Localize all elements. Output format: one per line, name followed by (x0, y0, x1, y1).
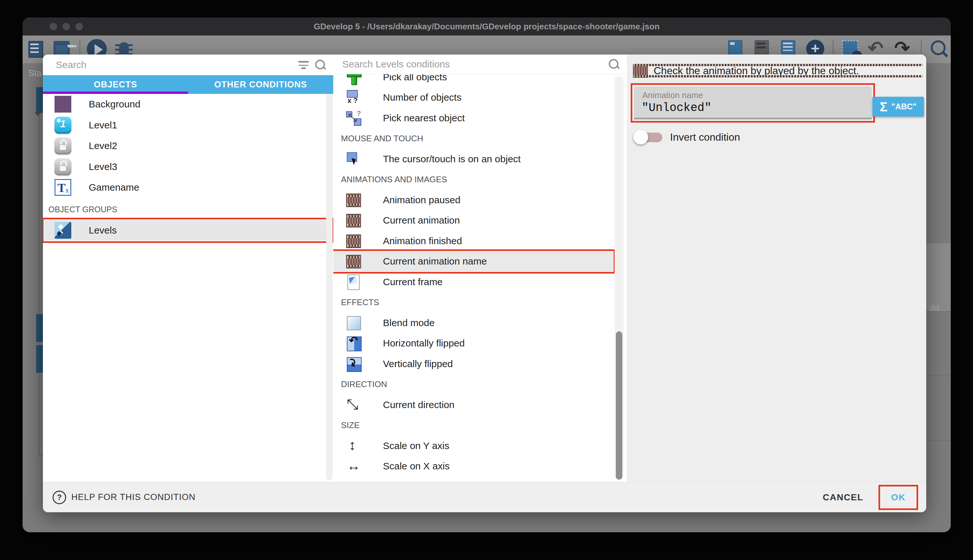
dialog-footer: ? HELP FOR THIS CONDITION CANCEL OK (43, 482, 926, 512)
screenshot-stage: GDevelop 5 - /Users/dkarakay/Documents/G… (0, 0, 973, 560)
direction-icon (346, 397, 361, 412)
close-button[interactable] (50, 23, 57, 30)
condition-list-item[interactable]: Current animation name (333, 251, 613, 272)
tab-objects[interactable]: OBJECTS (43, 75, 188, 94)
lock-icon (55, 137, 71, 154)
pick-all-icon (346, 74, 361, 85)
film-icon (346, 255, 361, 268)
expression-editor-button[interactable]: Σ "ABC" (872, 97, 924, 117)
object-list-item[interactable]: Background (43, 94, 333, 115)
event-tree-tick (39, 455, 43, 456)
animation-name-field[interactable]: Animation name "Unlocked" (634, 87, 872, 119)
window-title: GDevelop 5 - /Users/dkarakay/Documents/G… (313, 22, 660, 32)
cursor-icon (346, 152, 361, 167)
film-icon (346, 214, 361, 227)
flip-h-icon (346, 336, 361, 351)
zoom-button[interactable] (75, 23, 83, 30)
cancel-button[interactable]: CANCEL (814, 487, 872, 508)
blend-icon (346, 315, 361, 330)
animation-name-label: Animation name (642, 90, 703, 100)
search-toolbar-icon[interactable] (930, 40, 948, 59)
objects-search-placeholder: Search (56, 59, 87, 70)
level1-icon (55, 117, 71, 133)
objects-panel: Search OBJECTSOTHER CONDITIONS Backgroun… (43, 55, 333, 482)
events-row-band (925, 243, 951, 311)
condition-list-item[interactable]: Scale on Y axis (333, 435, 627, 456)
help-label: HELP FOR THIS CONDITION (71, 492, 195, 502)
count-icon (346, 90, 361, 105)
objects-scrollbar[interactable] (326, 62, 333, 480)
condition-list-item[interactable]: Horizontally flipped (333, 333, 627, 354)
conditions-search-field[interactable]: Search Levels conditions (333, 55, 627, 74)
condition-list-item[interactable]: Pick all objects (333, 74, 627, 87)
conditions-search-placeholder: Search Levels conditions (342, 59, 450, 70)
events-row-divider (926, 440, 951, 441)
expression-type-label: "ABC" (891, 102, 916, 111)
object-list-item[interactable]: Level1 (43, 115, 333, 136)
left-tabs: OBJECTSOTHER CONDITIONS (43, 75, 333, 94)
group-icon (55, 222, 71, 239)
object-groups-header: OBJECT GROUPS (43, 203, 333, 217)
event-tree-tick (39, 372, 43, 372)
invert-condition-label: Invert condition (670, 131, 740, 143)
gdevelop-window: GDevelop 5 - /Users/dkarakay/Documents/G… (23, 17, 951, 532)
tab-other-conditions[interactable]: OTHER CONDITIONS (188, 75, 333, 94)
object-list-item[interactable]: Level3 (43, 157, 333, 177)
project-manager-icon[interactable] (27, 40, 45, 59)
condition-section-header: SIZE (333, 415, 627, 436)
invert-condition-toggle[interactable] (633, 128, 663, 146)
scene-tab-label-fragment: Sta (28, 68, 42, 78)
film-icon (346, 235, 361, 248)
condition-section-header: DIRECTION (333, 374, 627, 395)
condition-list-item[interactable]: Animation finished (333, 231, 627, 251)
condition-list-item[interactable]: Number of objects (333, 87, 627, 108)
condition-list-item[interactable]: Blend mode (333, 313, 627, 333)
search-icon (315, 59, 326, 71)
condition-list-item[interactable]: Current direction (333, 395, 627, 415)
nearest-icon: ? (346, 111, 361, 125)
group-list-item-levels[interactable]: Levels (44, 220, 332, 241)
scale-y-icon (346, 438, 361, 453)
invert-condition-row: Invert condition (633, 128, 923, 146)
scale-x-icon (346, 459, 361, 473)
window-controls (50, 17, 83, 35)
flip-v-icon (346, 357, 361, 371)
events-row-divider (926, 311, 951, 312)
object-list-item[interactable]: Gamename (43, 177, 333, 198)
event-expander-icon (34, 112, 41, 116)
condition-list-item[interactable]: Animation paused (333, 190, 627, 210)
minimize-button[interactable] (63, 23, 70, 30)
condition-list-item[interactable]: Scale on X axis (333, 456, 627, 477)
titlebar: GDevelop 5 - /Users/dkarakay/Documents/G… (23, 17, 951, 35)
toggle-knob (633, 130, 648, 145)
objects-list: Background Level1 Level2 Level3 Gamename… (43, 94, 333, 482)
objects-search-field[interactable]: Search (43, 55, 333, 75)
object-list-item[interactable]: Level2 (43, 135, 333, 157)
film-icon (346, 193, 361, 207)
animation-name-value[interactable]: "Unlocked" (641, 101, 711, 115)
condition-parameters-panel: Check the animation by played by the obj… (627, 55, 926, 482)
help-button[interactable]: ? HELP FOR THIS CONDITION (53, 491, 195, 504)
condition-list-item[interactable]: Vertically flipped (333, 353, 627, 374)
help-icon: ? (53, 491, 66, 504)
lock-icon (55, 158, 71, 175)
events-row-divider (926, 375, 951, 376)
condition-list-item[interactable]: Current animation (333, 210, 627, 231)
event-tree-guide (39, 114, 39, 456)
condition-list-item[interactable]: ? Pick nearest object (333, 108, 627, 128)
condition-list-item[interactable]: The cursor/touch is on an object (333, 149, 627, 169)
sigma-icon: Σ (880, 100, 888, 113)
animation-name-field-highlight: Animation name "Unlocked" (631, 83, 875, 123)
filter-icon[interactable] (297, 59, 310, 71)
search-icon (608, 58, 620, 70)
condition-editor-dialog: Search OBJECTSOTHER CONDITIONS Backgroun… (43, 55, 926, 512)
condition-list-item[interactable]: Current frame (333, 272, 627, 292)
conditions-scrollbar-thumb[interactable] (616, 331, 622, 480)
text-icon (55, 179, 71, 196)
condition-section-header: ANIMATIONS AND IMAGES (333, 169, 627, 190)
ok-button[interactable]: OK (880, 487, 916, 508)
background-swatch-icon (55, 96, 71, 113)
film-strip-icon (633, 64, 648, 78)
truncated-text-fragment: dd... (929, 303, 946, 313)
condition-section-header: MOUSE AND TOUCH (333, 128, 627, 149)
